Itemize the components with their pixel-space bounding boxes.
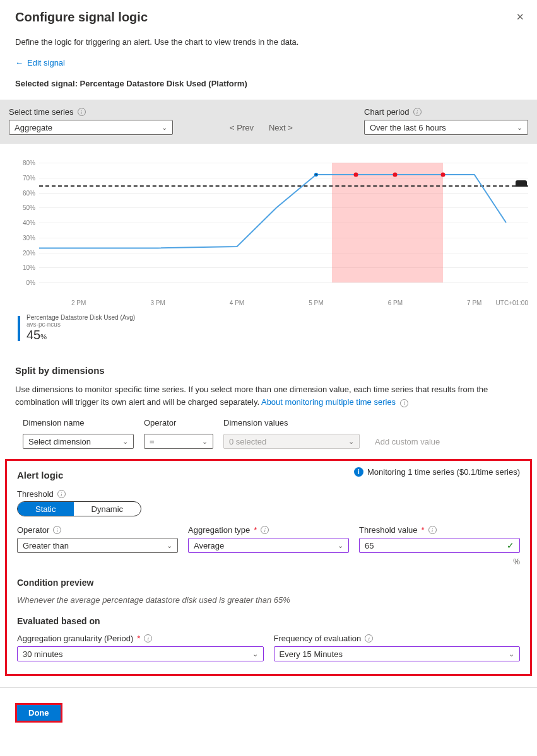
chevron-down-icon: ⌄ <box>517 124 522 132</box>
condition-preview-text: Whenever the average percentage datastor… <box>17 595 520 605</box>
threshold-dynamic-option[interactable]: Dynamic <box>74 502 141 516</box>
selected-signal-label: Selected signal: Percentage Datastore Di… <box>15 79 522 88</box>
done-button[interactable]: Done <box>15 703 62 723</box>
aggregation-type-select[interactable]: Average ⌄ <box>188 538 349 553</box>
frequency-label: Frequency of evaluation <box>274 634 362 643</box>
evaluated-based-on-heading: Evaluated based on <box>17 616 520 626</box>
close-icon[interactable]: ✕ <box>516 11 524 23</box>
chevron-down-icon: ⌄ <box>252 650 258 658</box>
dimension-values-select[interactable]: 0 selected ⌄ <box>223 434 360 449</box>
alert-logic-section: i Monitoring 1 time series ($0.1/time se… <box>5 459 532 676</box>
chevron-down-icon: ⌄ <box>122 438 128 446</box>
add-custom-value[interactable]: Add custom value <box>370 437 440 446</box>
chevron-down-icon: ⌄ <box>338 542 343 550</box>
operator-select[interactable]: Greater than ⌄ <box>17 538 178 553</box>
info-icon: i <box>354 467 363 477</box>
chart-controls-bar: Select time series i Aggregate ⌄ < Prev … <box>0 100 537 144</box>
info-icon[interactable]: i <box>57 490 66 498</box>
edit-signal-link[interactable]: ← Edit signal <box>15 58 65 67</box>
info-icon[interactable]: i <box>53 526 61 534</box>
legend-title: Percentage Datastore Disk Used (Avg) <box>27 314 135 321</box>
prev-link[interactable]: < Prev <box>230 123 254 132</box>
time-series-label: Select time series <box>9 107 74 117</box>
threshold-unit: % <box>359 557 520 566</box>
metric-chart: 0%10%20%30%40%50%60%70%80%2 PM3 PM4 PM5 … <box>21 163 528 295</box>
split-dimensions-heading: Split by dimensions <box>15 365 522 376</box>
threshold-value-label: Threshold value <box>359 525 418 535</box>
info-icon[interactable]: i <box>78 108 86 116</box>
page-title: Configure signal logic <box>15 10 522 25</box>
legend-color-bar <box>18 316 20 341</box>
legend-value: 45% <box>27 328 135 342</box>
threshold-static-option[interactable]: Static <box>18 502 74 516</box>
dim-header-name: Dimension name <box>23 418 134 427</box>
frequency-select[interactable]: Every 15 Minutes ⌄ <box>274 646 521 661</box>
chart-period-select[interactable]: Over the last 6 hours ⌄ <box>364 120 528 135</box>
dim-header-operator: Operator <box>144 418 213 427</box>
chevron-down-icon: ⌄ <box>348 438 354 446</box>
condition-preview-heading: Condition preview <box>17 578 520 588</box>
info-icon[interactable]: i <box>413 108 422 116</box>
threshold-toggle: Static Dynamic <box>17 501 141 516</box>
info-icon[interactable]: i <box>428 526 437 534</box>
dimension-operator-select[interactable]: = ⌄ <box>144 434 213 449</box>
chart-period-label: Chart period <box>364 107 410 117</box>
about-monitoring-link[interactable]: About monitoring multiple time series <box>261 397 396 407</box>
legend-resource: avs-pc-ncus <box>27 321 135 328</box>
monitoring-note: i Monitoring 1 time series ($0.1/time se… <box>354 467 520 477</box>
operator-label: Operator <box>17 525 49 535</box>
dim-header-values: Dimension values <box>223 418 360 427</box>
info-icon[interactable]: i <box>365 634 373 643</box>
info-icon[interactable]: i <box>400 399 408 407</box>
page-subtitle: Define the logic for triggering an alert… <box>15 37 522 47</box>
aggregation-type-label: Aggregation type <box>188 525 250 535</box>
threshold-value-input[interactable]: 65 ✓ <box>359 538 520 553</box>
chevron-down-icon: ⌄ <box>167 542 172 550</box>
arrow-left-icon: ← <box>15 58 23 67</box>
info-icon[interactable]: i <box>261 526 269 534</box>
time-series-select[interactable]: Aggregate ⌄ <box>9 120 173 135</box>
dimension-name-select[interactable]: Select dimension ⌄ <box>23 434 134 449</box>
info-icon[interactable]: i <box>144 634 152 643</box>
granularity-label: Aggregation granularity (Period) <box>17 634 133 643</box>
chart-legend: Percentage Datastore Disk Used (Avg) avs… <box>18 314 528 342</box>
next-link[interactable]: Next > <box>269 123 293 132</box>
threshold-label: Threshold <box>17 489 54 499</box>
chevron-down-icon: ⌄ <box>162 124 167 132</box>
granularity-select[interactable]: 30 minutes ⌄ <box>17 646 264 661</box>
chevron-down-icon: ⌄ <box>509 650 514 658</box>
split-dimensions-desc: Use dimensions to monitor specific time … <box>15 383 522 408</box>
chevron-down-icon: ⌄ <box>202 438 208 446</box>
check-icon: ✓ <box>507 540 514 550</box>
